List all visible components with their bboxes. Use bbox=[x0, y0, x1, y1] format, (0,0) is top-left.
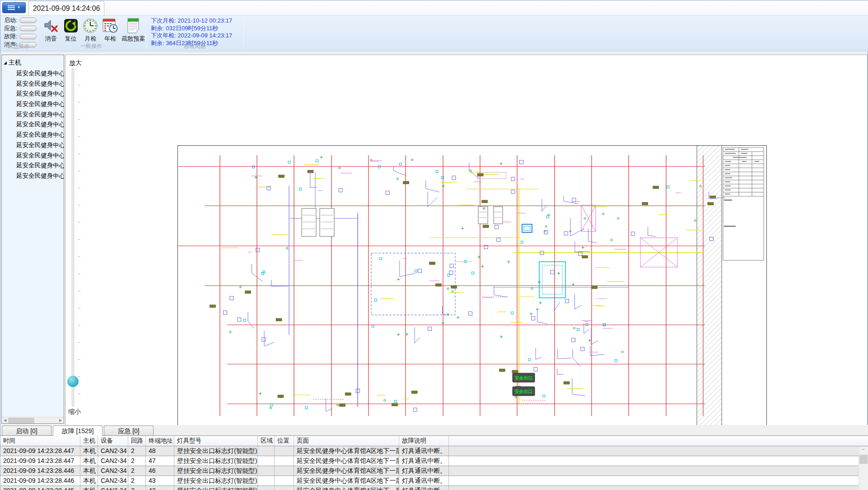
column-header-area[interactable]: 区域 bbox=[258, 436, 275, 446]
zoom-slider-track[interactable] bbox=[72, 69, 74, 406]
table-row[interactable]: 2021-09-09 14:23:28.447 本机 CAN2-34 2 47 … bbox=[0, 456, 868, 466]
cell-fault-description: 灯具通讯中断。 bbox=[399, 456, 449, 466]
status-label: 启动: bbox=[4, 16, 19, 24]
table-scrollbar-thumb[interactable] bbox=[859, 455, 868, 464]
annual-check-button[interactable]: 年检 bbox=[102, 18, 119, 43]
sidebar-item-host-child[interactable]: 延安全民健身中心体育馆 bbox=[2, 120, 64, 130]
sidebar-item-host-child[interactable]: 延安全民健身中心体育馆 bbox=[2, 99, 64, 110]
cell-position bbox=[275, 446, 294, 456]
ribbon-toolbar: 启动: 应急: 故障: 消声: 状态提示 bbox=[0, 15, 868, 51]
cell-device: CAN2-34 bbox=[98, 446, 128, 456]
column-header-device[interactable]: 设备 bbox=[98, 436, 128, 446]
cell-position bbox=[275, 466, 294, 476]
cell-page: 延安全民健身中心体育馆A区地下一层 bbox=[294, 476, 399, 485]
exit-sign: 安全出口 bbox=[513, 387, 535, 396]
cell-fault-description: 灯具通讯中断。 bbox=[399, 466, 449, 476]
column-header-host[interactable]: 主机 bbox=[80, 436, 98, 446]
fault-table: 时间 主机 设备 回路 终端地址 灯具型号 区域 位置 页面 故障说明 2021… bbox=[0, 435, 868, 490]
cell-device: CAN2-34 bbox=[98, 466, 128, 476]
evacuation-plan-button[interactable]: 疏散预案 bbox=[121, 18, 145, 43]
status-row: 启动: bbox=[4, 17, 37, 24]
status-row: 故障: bbox=[4, 33, 37, 40]
zoom-slider-ticks bbox=[78, 69, 80, 406]
bottom-tab[interactable]: 故障 [1529] bbox=[53, 425, 103, 436]
cell-lamp-model: 壁挂安全出口标志灯(智能型) bbox=[174, 456, 258, 466]
cell-area bbox=[258, 466, 275, 476]
mute-button[interactable]: 消音 bbox=[42, 18, 60, 43]
sidebar-item-host-child[interactable]: 延安全民健身中心体育馆 bbox=[2, 171, 64, 181]
cell-host: 本机 bbox=[80, 476, 98, 485]
actions-group: 消音 复位 bbox=[37, 16, 145, 51]
cell-device: CAN2-34 bbox=[98, 456, 128, 466]
sidebar-item-host-child[interactable]: 延安全民健身中心体育馆 bbox=[2, 69, 64, 79]
table-row[interactable]: 2021-09-09 14:23:28.445 本机 CAN2-34 2 42 … bbox=[0, 486, 868, 490]
app-window: ▼ 2021-09-09 14:24:06 启动: 应急: 故障: 消声: 状态… bbox=[0, 0, 868, 490]
cell-area bbox=[258, 456, 275, 466]
chevron-down-icon: ▼ bbox=[17, 6, 21, 9]
scroll-right-icon[interactable]: ▶ bbox=[57, 417, 64, 424]
table-row[interactable]: 2021-09-09 14:23:28.446 本机 CAN2-34 2 43 … bbox=[0, 476, 868, 486]
table-row[interactable]: 2021-09-09 14:23:28.446 本机 CAN2-34 2 46 … bbox=[0, 466, 868, 476]
cell-filler bbox=[449, 446, 868, 456]
cell-page: 延安全民健身中心体育馆A区地下一层 bbox=[294, 466, 399, 476]
sidebar-item-host-child[interactable]: 延安全民健身中心体育馆 bbox=[2, 79, 64, 89]
bottom-tab[interactable]: 应急 [0] bbox=[104, 425, 154, 435]
sidebar-item-host-child[interactable]: 延安全民健身中心体育馆 bbox=[2, 130, 64, 140]
event-tabs: 启动 [0]故障 [1529]应急 [0] bbox=[2, 425, 154, 436]
floor-plan-drawing[interactable]: 安全出口 安全出口 bbox=[177, 145, 767, 427]
time-tab[interactable]: 2021-09-09 14:24:06 bbox=[28, 1, 104, 15]
annual-check-icon bbox=[102, 18, 118, 34]
cell-fault-description: 灯具通讯中断。 bbox=[399, 476, 449, 485]
cell-filler bbox=[449, 476, 868, 485]
cell-loop: 2 bbox=[128, 476, 146, 485]
table-vertical-scrollbar[interactable]: ⌃ ⌄ bbox=[859, 447, 868, 490]
sidebar-scrollbar-thumb[interactable] bbox=[8, 418, 34, 423]
sidebar-item-host-child[interactable]: 延安全民健身中心体育馆 bbox=[2, 151, 64, 161]
sidebar-item-host-child[interactable]: 延安全民健身中心体育馆 bbox=[2, 140, 64, 151]
column-header-terminal-address[interactable]: 终端地址 bbox=[146, 436, 174, 446]
cell-loop: 2 bbox=[128, 446, 146, 456]
menu-icon bbox=[8, 5, 15, 10]
next-annual-check-text: 下次年检: 2022-09-09 14:23:17 bbox=[151, 32, 243, 40]
sidebar-item-host-child[interactable]: 延安全民健身中心体育馆 bbox=[2, 89, 64, 99]
column-header-filler bbox=[449, 436, 868, 446]
status-indicator-pill bbox=[19, 26, 37, 31]
table-row[interactable]: 2021-09-09 14:23:28.447 本机 CAN2-34 2 48 … bbox=[0, 446, 868, 456]
sidebar-horizontal-scrollbar[interactable]: ◀ ▶ bbox=[2, 417, 64, 423]
zoom-in-label: 放大 bbox=[69, 59, 82, 67]
tree-root-host[interactable]: ◢ 主机 bbox=[4, 58, 21, 68]
monthly-remaining-text: 剩余: 032日09时59分11秒 bbox=[151, 25, 243, 32]
cell-filler bbox=[449, 486, 868, 490]
app-menu-button[interactable]: ▼ bbox=[2, 2, 26, 13]
tree-expand-icon[interactable]: ◢ bbox=[4, 60, 7, 65]
column-header-lamp-model[interactable]: 灯具型号 bbox=[174, 436, 258, 446]
column-header-time[interactable]: 时间 bbox=[0, 436, 80, 446]
reset-button[interactable]: 复位 bbox=[62, 18, 79, 43]
cell-host: 本机 bbox=[80, 456, 98, 466]
zoom-slider-thumb[interactable] bbox=[67, 376, 79, 387]
scroll-up-icon[interactable]: ⌃ bbox=[859, 447, 868, 454]
cell-time: 2021-09-09 14:23:28.445 bbox=[0, 486, 80, 490]
cell-loop: 2 bbox=[128, 486, 146, 490]
cell-lamp-model: 壁挂安全出口标志灯(智能型) bbox=[174, 446, 258, 456]
column-header-fault-description[interactable]: 故障说明 bbox=[399, 436, 449, 446]
cell-page: 延安全民健身中心体育馆A区地下一层 bbox=[294, 486, 399, 490]
cell-terminal-address: 43 bbox=[146, 476, 174, 485]
column-header-position[interactable]: 位置 bbox=[275, 436, 294, 446]
sidebar-item-host-child[interactable]: 延安全民健身中心体育馆 bbox=[2, 110, 64, 120]
floor-plan-panel: 放大 缩小 bbox=[65, 55, 868, 427]
sidebar-item-host-child[interactable]: 延安全民健身中心体育馆 bbox=[2, 161, 64, 171]
cell-terminal-address: 46 bbox=[146, 466, 174, 476]
cell-time: 2021-09-09 14:23:28.446 bbox=[0, 476, 80, 485]
column-header-page[interactable]: 页面 bbox=[294, 436, 399, 446]
status-indicator-pill bbox=[19, 34, 37, 39]
scroll-left-icon[interactable]: ◀ bbox=[2, 417, 8, 424]
cell-time: 2021-09-09 14:23:28.446 bbox=[0, 466, 80, 476]
cell-filler bbox=[449, 456, 868, 466]
bottom-tab[interactable]: 启动 [0] bbox=[2, 425, 51, 435]
monthly-check-button[interactable]: 月检 bbox=[82, 18, 99, 43]
status-row: 应急: bbox=[4, 25, 37, 32]
column-header-loop[interactable]: 回路 bbox=[128, 436, 146, 446]
cell-area bbox=[258, 486, 275, 490]
actions-group-label: 一般操作 bbox=[37, 42, 145, 50]
